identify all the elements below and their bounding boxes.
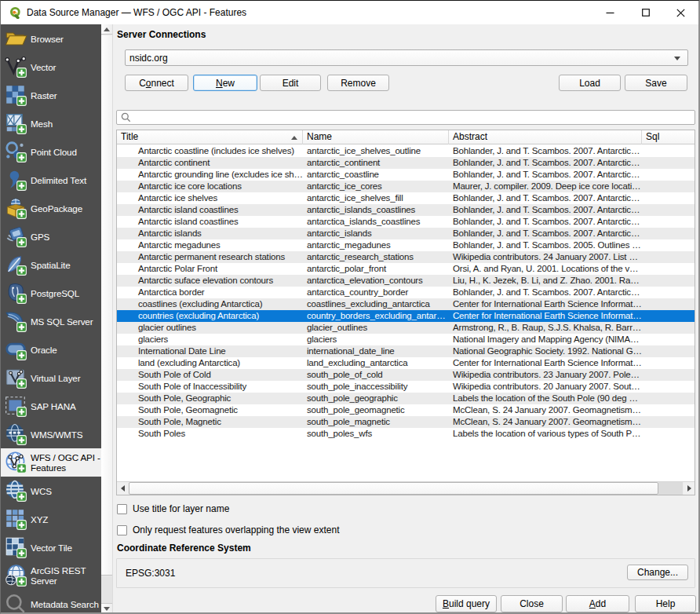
sidebar-item-label: SAP HANA [31,401,76,411]
scroll-left-icon[interactable] [117,482,128,495]
table-horizontal-scrollbar[interactable] [117,481,695,495]
minimize-button[interactable] [592,1,628,24]
sidebar-scrollbar-thumb[interactable] [101,35,112,576]
cell-sql [642,204,695,216]
sidebar-item-spatialite[interactable]: SpatiaLite [1,250,101,279]
cell-name: antarctic_research_stations [303,251,449,263]
sidebar-item-gps[interactable]: GPS [1,222,101,250]
sidebar-item-geopackage[interactable]: GeoPackage [1,194,101,222]
table-row[interactable]: Antarctic ice shelvesantarctic_ice_shelv… [117,192,695,204]
cell-sql [642,298,695,310]
maximize-button[interactable] [628,1,663,24]
sidebar-item-point-cloud[interactable]: Point Cloud [1,137,101,166]
sidebar-item-arcgis-rest-server[interactable]: ArcGIS REST Server [1,561,101,590]
sidebar-item-virtual-layer[interactable]: Virtual Layer [1,364,101,392]
table-row[interactable]: South Pole, Magneticsouth_pole_magneticM… [117,416,695,428]
table-row[interactable]: Antarctic Polar Frontantarctic_polar_fro… [117,263,695,275]
wcs-icon [4,479,27,503]
table-row[interactable]: Antarctic suface elevation contoursantar… [117,275,695,287]
scroll-right-icon[interactable] [684,482,695,495]
table-row[interactable]: Antarctic islandsantarctic_islandsBohlan… [117,228,695,239]
table-row[interactable]: glacier outlinesglacier_outlinesArmstron… [117,322,695,334]
column-header-abstract[interactable]: Abstract [449,130,642,144]
close-dialog-button[interactable]: Close [501,595,563,612]
add-button[interactable]: Add [566,595,629,612]
sidebar-scrollbar[interactable] [101,24,112,613]
cell-title: Antarctica border [117,287,303,298]
table-row[interactable]: Antarctic island coastlinesantarctic_isl… [117,204,695,216]
close-button[interactable] [663,1,698,24]
sidebar-item-xyz[interactable]: XYZ [1,505,101,533]
table-row[interactable]: Antarctic grounding line (excludes ice s… [117,169,695,181]
sidebar-item-delimited-text[interactable]: Delimited Text [1,166,101,194]
sidebar-item-wms-wmts[interactable]: WMS/WMTS [1,420,101,448]
sidebar-item-vector-tile[interactable]: Vector Tile [1,533,101,561]
cell-abstract: Wikipedia contributors. 23 January 2007.… [449,369,642,381]
sidebar-item-oracle[interactable]: Oracle [1,335,101,364]
cell-abstract: Bohlander, J. and T. Scambos. 2007. Anta… [449,157,642,169]
sidebar-item-label: Oracle [31,345,57,355]
cell-name: antarctic_coastline [303,169,449,181]
table-row[interactable]: South Pole, Geomagneticsouth_pole_geomag… [117,404,695,416]
table-row[interactable]: South Pole of Coldsouth_pole_of_coldWiki… [117,369,695,381]
table-row[interactable]: Antarctic coastline (includes ice shelve… [117,145,695,157]
table-row[interactable]: South Pole, Geographicsouth_pole_geograp… [117,393,695,404]
table-row[interactable]: Antarctic megadunesantarctic_megadunesBo… [117,239,695,251]
use-title-checkbox[interactable] [117,504,127,514]
sidebar-item-sap-hana[interactable]: SAP HANA [1,392,101,420]
table-row[interactable]: land (excluding Antarctica)land_excludin… [117,357,695,369]
column-header-sql[interactable]: Sql [642,130,695,144]
sidebar-item-metadata-search[interactable]: Metadata Search [1,590,101,613]
sidebar-item-label: WMS/WMTS [31,429,82,440]
layer-filter-input[interactable] [133,111,695,123]
table-row[interactable]: coastlines (excluding Antarctica)coastli… [117,298,695,310]
help-button[interactable]: Help [635,595,696,612]
table-hscrollbar-thumb[interactable] [129,482,658,495]
cell-title: Antarctic ice shelves [117,192,303,204]
sidebar-scroll-up-icon[interactable] [101,24,112,35]
save-button[interactable]: Save [625,75,687,91]
sidebar-item-browser[interactable]: Browser [1,24,101,53]
table-row[interactable]: South Polessouth_poles_wfsLabels the loc… [117,428,695,440]
sidebar-item-mesh[interactable]: Mesh [1,109,101,137]
sidebar-item-vector[interactable]: Vector [1,53,101,81]
view-extent-checkbox[interactable] [117,525,127,535]
column-header-title[interactable]: Title [117,130,303,144]
table-row[interactable]: Antarctic island coastlinesantarctica_is… [117,216,695,228]
change-crs-button[interactable]: Change... [627,565,688,580]
cell-abstract: Bohlander, J. and T. Scambos. 2007. Anta… [449,145,642,157]
column-header-name[interactable]: Name [303,130,449,144]
table-row[interactable]: South Pole of Inaccessibilitysouth_pole_… [117,381,695,393]
table-row[interactable]: Antarctic continentantarctic_continentBo… [117,157,695,169]
cell-sql [642,357,695,369]
build-query-button[interactable]: Build query [436,595,497,612]
table-row[interactable]: countries (excluding Antarctica)country_… [117,310,695,322]
sidebar-item-label: Raster [31,90,57,101]
table-row[interactable]: Antarctic ice core locationsantarctic_ic… [117,181,695,192]
cell-sql [642,251,695,263]
cell-sql [642,404,695,416]
new-button[interactable]: New [193,75,257,91]
table-row[interactable]: Antarctica borderantarctica_country_bord… [117,287,695,298]
remove-button[interactable]: Remove [327,75,389,91]
layers-table: Title Name Abstract Sql Antarctic coastl… [116,130,695,495]
table-row[interactable]: International Date Lineinternational_dat… [117,345,695,357]
edit-button[interactable]: Edit [260,75,321,91]
cell-title: Antarctic suface elevation contours [117,275,303,287]
sidebar-item-ms-sql-server[interactable]: MS SQL Server [1,307,101,335]
connect-button[interactable]: Connect [125,75,188,91]
sidebar-item-wfs-ogc-api-features[interactable]: WFS / OGC API - Features [1,448,101,477]
table-row[interactable]: Antarctic permanent research stationsant… [117,251,695,263]
sidebar-scrollbar-track[interactable] [101,576,112,603]
load-button[interactable]: Load [559,75,621,91]
cell-sql [642,334,695,345]
sidebar-item-raster[interactable]: Raster [1,81,101,109]
cell-title: South Pole, Magnetic [117,416,303,428]
sidebar-item-wcs[interactable]: WCS [1,477,101,505]
sidebar-item-postgresql[interactable]: PostgreSQL [1,279,101,307]
cell-name: antarctic_ice_shelves_fill [303,192,449,204]
cell-sql [642,169,695,181]
table-row[interactable]: glaciersglaciersNational Imagery and Map… [117,334,695,345]
sidebar-scroll-down-icon[interactable] [101,603,112,613]
connection-select[interactable]: nsidc.org [125,49,688,66]
